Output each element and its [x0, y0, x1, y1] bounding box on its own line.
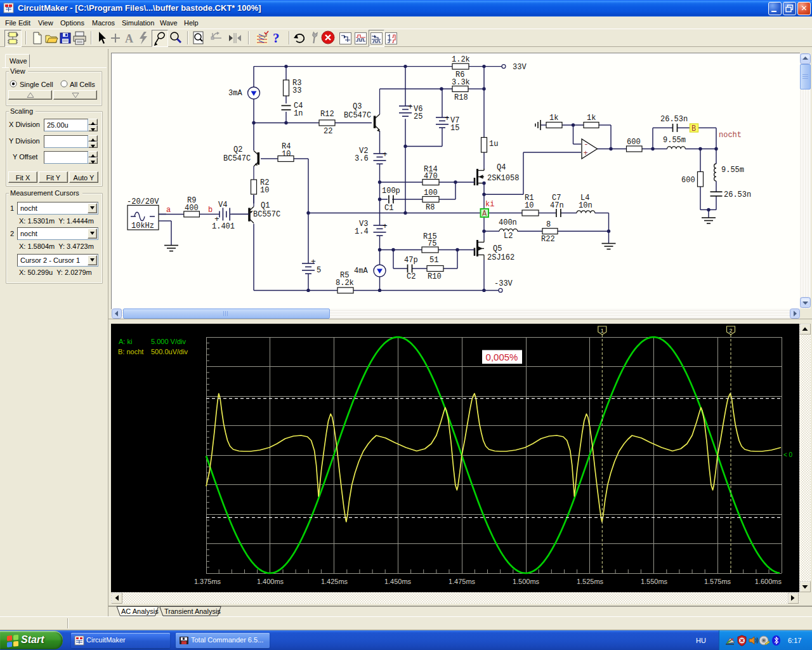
svg-text:10: 10: [260, 186, 269, 195]
svg-text:b: b: [208, 206, 213, 215]
svg-text:47p: 47p: [404, 256, 418, 265]
svg-text:400: 400: [185, 204, 199, 213]
svg-text:A: A: [482, 209, 487, 218]
svg-text:1k: 1k: [587, 114, 596, 123]
svg-text:10kHz: 10kHz: [131, 222, 154, 230]
svg-text:33: 33: [292, 86, 301, 95]
svg-text:1.600ms: 1.600ms: [755, 578, 782, 585]
svg-text:1.400ms: 1.400ms: [257, 578, 284, 585]
svg-text:-20/20V: -20/20V: [127, 197, 159, 206]
svg-text:600: 600: [681, 176, 695, 185]
svg-text:26.53n: 26.53n: [724, 190, 751, 199]
svg-text:-33V: -33V: [494, 279, 513, 288]
svg-text:1.525ms: 1.525ms: [577, 578, 604, 585]
svg-text:R10: R10: [428, 272, 442, 281]
svg-text:B: B: [691, 124, 696, 133]
svg-text:Q1: Q1: [261, 201, 270, 210]
svg-text:1k: 1k: [549, 114, 558, 123]
svg-text:BC547C: BC547C: [344, 111, 371, 120]
svg-text:1.401: 1.401: [212, 222, 235, 231]
svg-text:1.575ms: 1.575ms: [704, 578, 731, 585]
svg-text:26.53n: 26.53n: [660, 115, 688, 124]
svg-text:Q4: Q4: [497, 163, 506, 172]
svg-text:3.3k: 3.3k: [452, 78, 470, 87]
svg-text:+: +: [584, 149, 588, 158]
svg-text:8.2k: 8.2k: [336, 279, 354, 288]
svg-text:Q5: Q5: [493, 244, 502, 253]
svg-text:AC Analysis: AC Analysis: [121, 607, 159, 615]
svg-text:100: 100: [424, 189, 438, 197]
svg-text:1.550ms: 1.550ms: [641, 578, 668, 585]
svg-text:10n: 10n: [579, 201, 593, 210]
svg-text:1n: 1n: [294, 109, 303, 118]
svg-text:1: 1: [601, 328, 604, 334]
svg-text:47n: 47n: [550, 201, 564, 210]
svg-text:B: nocht: B: nocht: [118, 348, 143, 355]
svg-text:+: +: [445, 114, 450, 123]
svg-text:9.55m: 9.55m: [663, 136, 686, 145]
svg-text:3.6: 3.6: [355, 154, 369, 163]
svg-text:BC557C: BC557C: [253, 210, 280, 219]
svg-text:33V: 33V: [513, 63, 527, 72]
svg-text:470: 470: [424, 172, 438, 181]
svg-text:25: 25: [414, 112, 422, 121]
svg-text:Transient Analysis: Transient Analysis: [164, 607, 221, 615]
svg-text:R8: R8: [426, 203, 435, 212]
svg-text:22: 22: [324, 127, 332, 136]
svg-text:1.450ms: 1.450ms: [384, 578, 412, 585]
svg-text:C1: C1: [384, 204, 393, 213]
svg-text:2SJ162: 2SJ162: [487, 253, 514, 262]
svg-text:100p: 100p: [382, 187, 400, 196]
svg-text:4mA: 4mA: [354, 267, 368, 275]
svg-text:A: ki: A: ki: [119, 338, 132, 345]
svg-text:< 0: < 0: [783, 451, 793, 458]
svg-text:8: 8: [546, 220, 551, 229]
svg-text:75: 75: [428, 239, 436, 248]
svg-text:600: 600: [627, 138, 641, 147]
svg-text:+: +: [383, 150, 388, 159]
svg-text:51: 51: [429, 256, 438, 265]
svg-text:5: 5: [317, 266, 321, 275]
svg-text:ki: ki: [485, 200, 494, 209]
svg-text:V4: V4: [218, 201, 227, 209]
svg-text:15: 15: [450, 124, 459, 133]
svg-text:1.375ms: 1.375ms: [194, 578, 221, 585]
svg-text:5.000 V/div: 5.000 V/div: [151, 338, 187, 345]
svg-text:+: +: [383, 222, 388, 231]
svg-text:1u: 1u: [489, 140, 498, 149]
svg-text:BC547C: BC547C: [223, 154, 251, 163]
svg-text:1.2k: 1.2k: [452, 55, 470, 64]
svg-text:R12: R12: [320, 110, 334, 119]
svg-text:400n: 400n: [499, 218, 517, 227]
svg-text:Q3: Q3: [353, 102, 362, 111]
svg-text:9.55m: 9.55m: [721, 166, 744, 175]
svg-text:1.500ms: 1.500ms: [513, 578, 540, 585]
svg-text:nocht: nocht: [719, 131, 742, 140]
svg-text:+: +: [408, 102, 413, 112]
svg-text:+: +: [311, 257, 316, 267]
svg-text:1.4: 1.4: [355, 227, 369, 236]
svg-text:R22: R22: [541, 235, 555, 244]
svg-text:3mA: 3mA: [228, 89, 242, 98]
svg-text:R18: R18: [454, 93, 468, 102]
svg-text:-: -: [584, 140, 589, 149]
svg-text:Q2: Q2: [233, 145, 242, 154]
svg-text:2: 2: [729, 328, 732, 334]
svg-text:500.0uV/div: 500.0uV/div: [151, 348, 188, 355]
svg-text:C2: C2: [407, 272, 416, 281]
svg-text:a: a: [166, 206, 171, 215]
svg-text:1.425ms: 1.425ms: [321, 578, 348, 585]
svg-text:10: 10: [525, 201, 534, 210]
svg-text:2SK1058: 2SK1058: [487, 174, 519, 183]
svg-text:10: 10: [282, 150, 291, 159]
svg-text:1.475ms: 1.475ms: [449, 578, 476, 585]
svg-text:L2: L2: [504, 232, 513, 241]
svg-text:0,005%: 0,005%: [486, 352, 518, 362]
